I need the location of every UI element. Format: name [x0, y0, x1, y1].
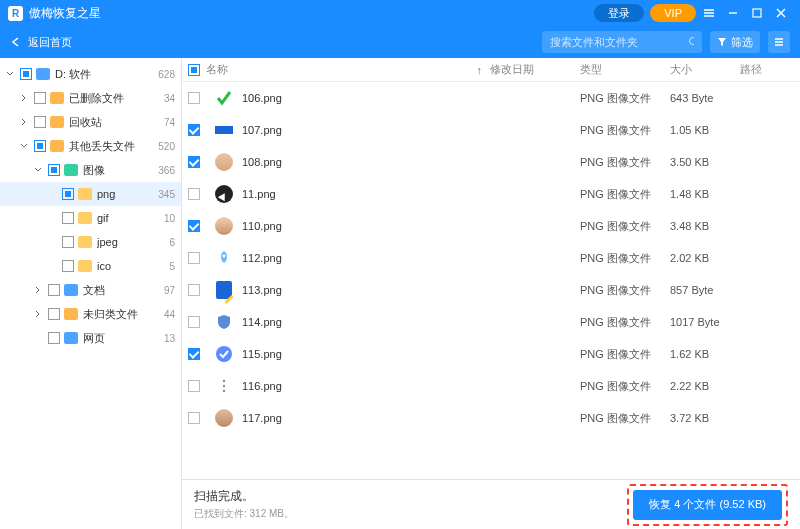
folder-icon	[36, 68, 50, 80]
row-checkbox[interactable]	[188, 124, 200, 136]
chevron-right-icon[interactable]	[18, 118, 30, 126]
table-row[interactable]: 116.pngPNG 图像文件2.22 KB	[182, 370, 800, 402]
tree-checkbox[interactable]	[20, 68, 32, 80]
search-input[interactable]	[550, 36, 688, 48]
file-name: 108.png	[242, 156, 490, 168]
file-type: PNG 图像文件	[580, 379, 670, 394]
back-button[interactable]: 返回首页	[10, 35, 72, 50]
tree-item[interactable]: 图像366	[0, 158, 181, 182]
tree-item[interactable]: 回收站74	[0, 110, 181, 134]
row-checkbox[interactable]	[188, 92, 200, 104]
table-row[interactable]: 117.pngPNG 图像文件3.72 KB	[182, 402, 800, 434]
login-button[interactable]: 登录	[594, 4, 644, 22]
tree-item[interactable]: 文档97	[0, 278, 181, 302]
tree-checkbox[interactable]	[62, 188, 74, 200]
tree-label: 网页	[83, 331, 164, 346]
tree-item[interactable]: ico5	[0, 254, 181, 278]
tree-item[interactable]: png345	[0, 182, 181, 206]
maximize-icon[interactable]	[746, 4, 768, 22]
close-icon[interactable]	[770, 4, 792, 22]
tree-item[interactable]: 其他丢失文件520	[0, 134, 181, 158]
tree-checkbox[interactable]	[62, 212, 74, 224]
tree-item[interactable]: jpeg6	[0, 230, 181, 254]
tree-item[interactable]: 未归类文件44	[0, 302, 181, 326]
tree-item[interactable]: 已删除文件34	[0, 86, 181, 110]
minimize-icon[interactable]	[722, 4, 744, 22]
table-row[interactable]: 11.pngPNG 图像文件1.48 KB	[182, 178, 800, 210]
file-type: PNG 图像文件	[580, 347, 670, 362]
tree-count: 628	[158, 69, 175, 80]
content: 名称 ↑ 修改日期 类型 大小 路径 106.pngPNG 图像文件643 By…	[182, 58, 800, 529]
select-all-checkbox[interactable]	[188, 64, 200, 76]
chevron-down-icon[interactable]	[18, 142, 30, 150]
row-checkbox[interactable]	[188, 348, 200, 360]
file-size: 643 Byte	[670, 92, 740, 104]
tree-checkbox[interactable]	[62, 236, 74, 248]
chevron-down-icon[interactable]	[4, 70, 16, 78]
tree-checkbox[interactable]	[48, 308, 60, 320]
tree-checkbox[interactable]	[62, 260, 74, 272]
table-row[interactable]: 106.pngPNG 图像文件643 Byte	[182, 82, 800, 114]
row-checkbox[interactable]	[188, 188, 200, 200]
tree-checkbox[interactable]	[34, 92, 46, 104]
folder-icon	[64, 308, 78, 320]
chevron-right-icon[interactable]	[32, 286, 44, 294]
col-size[interactable]: 大小	[670, 63, 692, 75]
tree-item[interactable]: 网页13	[0, 326, 181, 350]
menu-icon[interactable]	[698, 4, 720, 22]
chevron-right-icon[interactable]	[18, 94, 30, 102]
table-row[interactable]: 107.pngPNG 图像文件1.05 KB	[182, 114, 800, 146]
vip-button[interactable]: VIP	[650, 4, 696, 22]
status-sub: 已找到文件: 312 MB。	[194, 507, 294, 521]
svg-point-4	[223, 380, 225, 382]
row-checkbox[interactable]	[188, 380, 200, 392]
chevron-right-icon[interactable]	[32, 310, 44, 318]
file-size: 3.48 KB	[670, 220, 740, 232]
tree-checkbox[interactable]	[48, 332, 60, 344]
back-label: 返回首页	[28, 35, 72, 50]
tree-checkbox[interactable]	[48, 164, 60, 176]
col-path[interactable]: 路径	[740, 63, 762, 75]
row-checkbox[interactable]	[188, 412, 200, 424]
svg-point-1	[690, 38, 695, 45]
col-date[interactable]: 修改日期	[490, 63, 534, 75]
col-type[interactable]: 类型	[580, 63, 602, 75]
row-checkbox[interactable]	[188, 156, 200, 168]
tree-checkbox[interactable]	[48, 284, 60, 296]
row-checkbox[interactable]	[188, 252, 200, 264]
list-header: 名称 ↑ 修改日期 类型 大小 路径	[182, 58, 800, 82]
app-title: 傲梅恢复之星	[29, 5, 101, 22]
search-box[interactable]	[542, 31, 702, 53]
table-row[interactable]: 112.pngPNG 图像文件2.02 KB	[182, 242, 800, 274]
sort-asc-icon[interactable]: ↑	[477, 64, 483, 76]
file-name: 112.png	[242, 252, 490, 264]
table-row[interactable]: 115.pngPNG 图像文件1.62 KB	[182, 338, 800, 370]
table-row[interactable]: 113.pngPNG 图像文件857 Byte	[182, 274, 800, 306]
table-row[interactable]: 110.pngPNG 图像文件3.48 KB	[182, 210, 800, 242]
tree-checkbox[interactable]	[34, 116, 46, 128]
row-checkbox[interactable]	[188, 316, 200, 328]
sidebar: D: 软件628已删除文件34回收站74其他丢失文件520图像366png345…	[0, 58, 182, 529]
row-checkbox[interactable]	[188, 284, 200, 296]
tree-checkbox[interactable]	[34, 140, 46, 152]
col-name[interactable]: 名称	[206, 62, 228, 77]
filter-button[interactable]: 筛选	[710, 31, 760, 53]
file-thumbnail	[214, 88, 234, 108]
view-list-button[interactable]	[768, 31, 790, 53]
file-thumbnail	[214, 120, 234, 140]
tree-item[interactable]: gif10	[0, 206, 181, 230]
table-row[interactable]: 108.pngPNG 图像文件3.50 KB	[182, 146, 800, 178]
recover-highlight: 恢复 4 个文件 (9.52 KB)	[627, 484, 788, 526]
recover-button[interactable]: 恢复 4 个文件 (9.52 KB)	[633, 490, 782, 520]
svg-rect-0	[753, 9, 761, 17]
file-size: 1017 Byte	[670, 316, 740, 328]
table-row[interactable]: 114.pngPNG 图像文件1017 Byte	[182, 306, 800, 338]
svg-point-2	[223, 255, 226, 258]
file-thumbnail	[214, 152, 234, 172]
folder-icon	[64, 332, 78, 344]
svg-point-3	[216, 346, 232, 362]
tree-item[interactable]: D: 软件628	[0, 62, 181, 86]
chevron-down-icon[interactable]	[32, 166, 44, 174]
file-size: 1.05 KB	[670, 124, 740, 136]
row-checkbox[interactable]	[188, 220, 200, 232]
